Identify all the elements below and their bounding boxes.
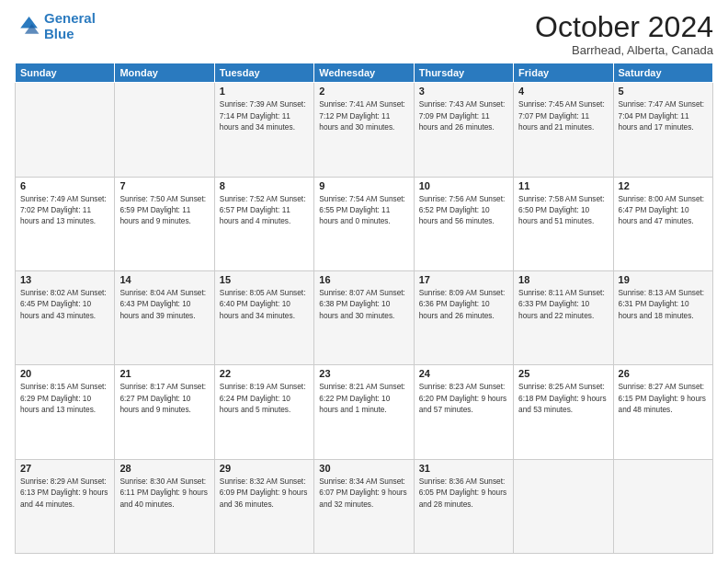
day-info: Sunrise: 8:02 AM Sunset: 6:45 PM Dayligh…: [20, 287, 109, 321]
logo: General Blue: [15, 11, 96, 41]
day-info: Sunrise: 7:52 AM Sunset: 6:57 PM Dayligh…: [220, 193, 309, 227]
day-info: Sunrise: 8:19 AM Sunset: 6:24 PM Dayligh…: [220, 381, 309, 415]
day-cell: 8Sunrise: 7:52 AM Sunset: 6:57 PM Daylig…: [214, 177, 313, 270]
day-cell: 1Sunrise: 7:39 AM Sunset: 7:14 PM Daylig…: [214, 83, 313, 177]
day-info: Sunrise: 8:07 AM Sunset: 6:38 PM Dayligh…: [319, 287, 408, 321]
day-number: 20: [20, 368, 109, 379]
day-number: 14: [119, 274, 209, 285]
day-number: 8: [220, 180, 309, 191]
day-cell: [115, 83, 214, 177]
day-info: Sunrise: 8:05 AM Sunset: 6:40 PM Dayligh…: [220, 287, 309, 321]
day-cell: 5Sunrise: 7:47 AM Sunset: 7:04 PM Daylig…: [613, 83, 712, 177]
day-cell: 23Sunrise: 8:21 AM Sunset: 6:22 PM Dayli…: [314, 365, 414, 459]
day-info: Sunrise: 8:25 AM Sunset: 6:18 PM Dayligh…: [518, 381, 608, 415]
day-cell: [613, 459, 712, 553]
day-info: Sunrise: 8:36 AM Sunset: 6:05 PM Dayligh…: [419, 476, 508, 510]
day-number: 1: [220, 86, 309, 97]
day-cell: 10Sunrise: 7:56 AM Sunset: 6:52 PM Dayli…: [414, 177, 513, 270]
day-info: Sunrise: 7:39 AM Sunset: 7:14 PM Dayligh…: [220, 98, 309, 132]
day-number: 9: [319, 180, 408, 191]
day-number: 25: [518, 368, 608, 379]
day-number: 11: [518, 180, 608, 191]
day-cell: 30Sunrise: 8:34 AM Sunset: 6:07 PM Dayli…: [314, 459, 414, 553]
day-info: Sunrise: 8:27 AM Sunset: 6:15 PM Dayligh…: [619, 381, 708, 415]
day-info: Sunrise: 7:49 AM Sunset: 7:02 PM Dayligh…: [20, 193, 109, 227]
day-cell: 15Sunrise: 8:05 AM Sunset: 6:40 PM Dayli…: [214, 270, 313, 364]
day-number: 28: [119, 463, 209, 474]
day-number: 16: [319, 274, 408, 285]
day-number: 13: [20, 274, 109, 285]
day-number: 19: [619, 274, 708, 285]
day-cell: 17Sunrise: 8:09 AM Sunset: 6:36 PM Dayli…: [414, 270, 513, 364]
day-cell: 2Sunrise: 7:41 AM Sunset: 7:12 PM Daylig…: [314, 83, 414, 177]
day-info: Sunrise: 7:47 AM Sunset: 7:04 PM Dayligh…: [619, 98, 708, 132]
day-cell: 16Sunrise: 8:07 AM Sunset: 6:38 PM Dayli…: [314, 270, 414, 364]
day-number: 2: [319, 86, 408, 97]
day-number: 10: [419, 180, 508, 191]
title-block: October 2024 Barrhead, Alberta, Canada: [535, 11, 713, 57]
day-info: Sunrise: 7:56 AM Sunset: 6:52 PM Dayligh…: [419, 193, 508, 227]
day-info: Sunrise: 8:32 AM Sunset: 6:09 PM Dayligh…: [220, 476, 309, 510]
day-cell: 13Sunrise: 8:02 AM Sunset: 6:45 PM Dayli…: [16, 270, 115, 364]
col-sunday: Sunday: [16, 63, 115, 83]
day-info: Sunrise: 8:13 AM Sunset: 6:31 PM Dayligh…: [619, 287, 708, 321]
header: General Blue October 2024 Barrhead, Albe…: [15, 11, 713, 57]
day-number: 27: [20, 463, 109, 474]
page: General Blue October 2024 Barrhead, Albe…: [0, 0, 728, 563]
location: Barrhead, Alberta, Canada: [535, 43, 713, 57]
day-cell: 27Sunrise: 8:29 AM Sunset: 6:13 PM Dayli…: [16, 459, 115, 553]
day-info: Sunrise: 8:21 AM Sunset: 6:22 PM Dayligh…: [319, 381, 408, 415]
day-cell: 3Sunrise: 7:43 AM Sunset: 7:09 PM Daylig…: [414, 83, 513, 177]
month-title: October 2024: [535, 11, 713, 43]
logo-line1: General: [44, 10, 96, 26]
day-cell: 14Sunrise: 8:04 AM Sunset: 6:43 PM Dayli…: [115, 270, 214, 364]
day-info: Sunrise: 7:54 AM Sunset: 6:55 PM Dayligh…: [319, 193, 408, 227]
day-number: 29: [220, 463, 309, 474]
day-cell: 26Sunrise: 8:27 AM Sunset: 6:15 PM Dayli…: [613, 365, 712, 459]
day-info: Sunrise: 8:00 AM Sunset: 6:47 PM Dayligh…: [619, 193, 708, 227]
week-row-5: 27Sunrise: 8:29 AM Sunset: 6:13 PM Dayli…: [16, 459, 713, 553]
day-number: 23: [319, 368, 408, 379]
day-info: Sunrise: 8:30 AM Sunset: 6:11 PM Dayligh…: [119, 476, 209, 510]
day-info: Sunrise: 8:23 AM Sunset: 6:20 PM Dayligh…: [419, 381, 508, 415]
day-cell: [514, 459, 613, 553]
day-cell: 25Sunrise: 8:25 AM Sunset: 6:18 PM Dayli…: [514, 365, 613, 459]
day-cell: 12Sunrise: 8:00 AM Sunset: 6:47 PM Dayli…: [613, 177, 712, 270]
day-info: Sunrise: 8:17 AM Sunset: 6:27 PM Dayligh…: [119, 381, 209, 415]
day-info: Sunrise: 8:11 AM Sunset: 6:33 PM Dayligh…: [518, 287, 608, 321]
day-number: 4: [518, 86, 608, 97]
day-number: 18: [518, 274, 608, 285]
day-cell: 7Sunrise: 7:50 AM Sunset: 6:59 PM Daylig…: [115, 177, 214, 270]
day-number: 3: [419, 86, 508, 97]
day-cell: 9Sunrise: 7:54 AM Sunset: 6:55 PM Daylig…: [314, 177, 414, 270]
col-friday: Friday: [514, 63, 613, 83]
day-cell: 19Sunrise: 8:13 AM Sunset: 6:31 PM Dayli…: [613, 270, 712, 364]
day-number: 17: [419, 274, 508, 285]
day-info: Sunrise: 8:29 AM Sunset: 6:13 PM Dayligh…: [20, 476, 109, 510]
day-number: 15: [220, 274, 309, 285]
day-cell: [16, 83, 115, 177]
day-cell: 29Sunrise: 8:32 AM Sunset: 6:09 PM Dayli…: [214, 459, 313, 553]
day-cell: 18Sunrise: 8:11 AM Sunset: 6:33 PM Dayli…: [514, 270, 613, 364]
day-cell: 24Sunrise: 8:23 AM Sunset: 6:20 PM Dayli…: [414, 365, 513, 459]
logo-icon: [15, 14, 40, 40]
day-number: 5: [619, 86, 708, 97]
day-info: Sunrise: 7:45 AM Sunset: 7:07 PM Dayligh…: [518, 98, 608, 132]
week-row-4: 20Sunrise: 8:15 AM Sunset: 6:29 PM Dayli…: [16, 365, 713, 459]
col-saturday: Saturday: [613, 63, 712, 83]
col-monday: Monday: [115, 63, 214, 83]
day-info: Sunrise: 8:34 AM Sunset: 6:07 PM Dayligh…: [319, 476, 408, 510]
calendar-table: Sunday Monday Tuesday Wednesday Thursday…: [15, 63, 713, 554]
week-row-1: 1Sunrise: 7:39 AM Sunset: 7:14 PM Daylig…: [16, 83, 713, 177]
col-thursday: Thursday: [414, 63, 513, 83]
day-number: 31: [419, 463, 508, 474]
day-cell: 4Sunrise: 7:45 AM Sunset: 7:07 PM Daylig…: [514, 83, 613, 177]
day-number: 24: [419, 368, 508, 379]
day-number: 30: [319, 463, 408, 474]
day-number: 12: [619, 180, 708, 191]
week-row-3: 13Sunrise: 8:02 AM Sunset: 6:45 PM Dayli…: [16, 270, 713, 364]
header-row: Sunday Monday Tuesday Wednesday Thursday…: [16, 63, 713, 83]
day-cell: 22Sunrise: 8:19 AM Sunset: 6:24 PM Dayli…: [214, 365, 313, 459]
day-number: 26: [619, 368, 708, 379]
day-info: Sunrise: 7:50 AM Sunset: 6:59 PM Dayligh…: [119, 193, 209, 227]
